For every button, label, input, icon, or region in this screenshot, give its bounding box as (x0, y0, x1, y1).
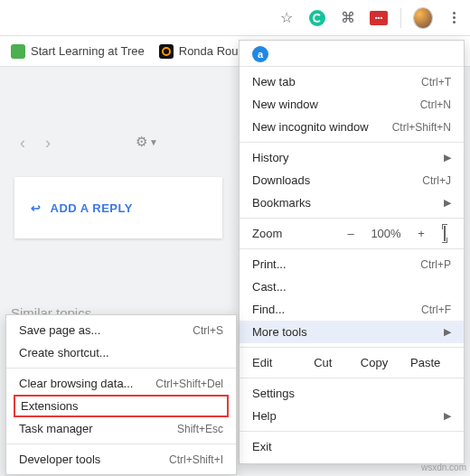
bookmark-favicon (11, 44, 25, 59)
menu-label: New tab (252, 75, 296, 89)
menu-label: Create shortcut... (19, 346, 109, 359)
lastpass-icon[interactable]: ••• (370, 9, 388, 27)
bookmark-favicon (159, 44, 174, 59)
browser-toolbar: ☆ ⌘ ••• (0, 0, 470, 36)
menu-label: Clear browsing data... (19, 377, 133, 390)
menu-label: New window (252, 98, 318, 111)
amazon-assistant-icon[interactable]: a (252, 46, 268, 62)
submenu-task-manager[interactable]: Task manager Shift+Esc (6, 417, 236, 440)
pager-arrows: ‹ › (20, 134, 51, 153)
menu-separator (240, 347, 464, 348)
menu-zoom-row: Zoom – 100% + (240, 222, 464, 245)
bookmark-label: Ronda Rou (179, 44, 239, 58)
zoom-label: Zoom (252, 227, 334, 240)
menu-shortcut: Ctrl+T (421, 76, 451, 89)
menu-shortcut: Shift+Esc (177, 423, 223, 435)
menu-label: Print... (252, 257, 287, 271)
reply-arrow-icon: ↩ (31, 201, 42, 215)
bug-icon[interactable]: ⌘ (339, 9, 357, 27)
submenu-save-page-as[interactable]: Save page as... Ctrl+S (6, 319, 236, 341)
menu-more-tools[interactable]: More tools ▶ (240, 321, 464, 343)
star-icon[interactable]: ☆ (277, 9, 296, 27)
menu-history[interactable]: History ▶ (240, 146, 464, 169)
edit-paste[interactable]: Paste (400, 356, 451, 369)
menu-shortcut: Ctrl+Shift+N (392, 121, 451, 134)
menu-exit[interactable]: Exit (240, 435, 464, 458)
menu-shortcut: Ctrl+Shift+Del (155, 378, 223, 390)
menu-label: New incognito window (252, 120, 369, 134)
menu-settings[interactable]: Settings (240, 382, 464, 405)
menu-bookmarks[interactable]: Bookmarks ▶ (240, 191, 464, 214)
submenu-arrow-icon: ▶ (444, 410, 451, 422)
submenu-arrow-icon: ▶ (444, 197, 451, 209)
bookmark-item[interactable]: Ronda Rou (159, 44, 239, 59)
menu-separator (240, 142, 464, 143)
menu-shortcut: Ctrl+N (420, 98, 451, 111)
submenu-extensions-highlight: Extensions (14, 395, 229, 417)
menu-shortcut: Ctrl+J (422, 174, 451, 187)
menu-separator (6, 368, 236, 369)
submenu-arrow-icon: ▶ (444, 326, 451, 338)
menu-print[interactable]: Print... Ctrl+P (240, 253, 464, 275)
menu-label: Task manager (19, 422, 93, 435)
chrome-main-menu: a New tab Ctrl+T New window Ctrl+N New i… (239, 40, 465, 464)
menu-label: Developer tools (19, 453, 100, 466)
menu-separator (240, 248, 464, 249)
more-tools-submenu: Save page as... Ctrl+S Create shortcut..… (5, 314, 237, 475)
menu-label: More tools (252, 325, 307, 339)
submenu-extensions[interactable]: Extensions (21, 399, 221, 413)
menu-separator (6, 443, 236, 444)
menu-label: Exit (252, 440, 272, 453)
avatar-icon[interactable] (414, 9, 432, 27)
next-icon[interactable]: › (45, 134, 51, 153)
menu-label: Downloads (252, 173, 310, 187)
submenu-clear-browsing-data[interactable]: Clear browsing data... Ctrl+Shift+Del (6, 372, 236, 395)
zoom-out-button[interactable]: – (344, 227, 357, 240)
menu-separator (240, 66, 464, 67)
add-reply-label: ADD A REPLY (51, 201, 133, 215)
menu-downloads[interactable]: Downloads Ctrl+J (240, 169, 464, 191)
menu-label: Bookmarks (252, 196, 311, 210)
edit-copy[interactable]: Copy (349, 356, 400, 369)
fullscreen-icon[interactable] (438, 227, 451, 240)
zoom-in-button[interactable]: + (415, 227, 428, 240)
edit-cut[interactable]: Cut (297, 356, 349, 369)
menu-label: History (252, 151, 288, 164)
kebab-menu-icon[interactable] (445, 9, 463, 27)
menu-find[interactable]: Find... Ctrl+F (240, 298, 464, 321)
menu-label: Save page as... (19, 323, 100, 337)
menu-label: Settings (252, 387, 295, 400)
gear-dropdown[interactable]: ⚙ ▼ (136, 134, 158, 150)
add-reply-button[interactable]: ↩ ADD A REPLY (14, 177, 222, 238)
menu-shortcut: Ctrl+F (421, 303, 451, 316)
menu-edit-row: Edit Cut Copy Paste (240, 351, 464, 374)
submenu-create-shortcut[interactable]: Create shortcut... (6, 341, 236, 364)
menu-label: Help (252, 409, 277, 423)
menu-separator (240, 431, 464, 432)
menu-new-window[interactable]: New window Ctrl+N (240, 93, 464, 116)
prev-icon[interactable]: ‹ (20, 134, 25, 153)
bookmark-label: Start Learning at Tree (31, 44, 145, 58)
menu-separator (240, 378, 464, 378)
submenu-developer-tools[interactable]: Developer tools Ctrl+Shift+I (6, 448, 236, 471)
menu-new-incognito[interactable]: New incognito window Ctrl+Shift+N (240, 116, 464, 138)
attribution: wsxdn.com (421, 462, 466, 472)
edit-label: Edit (252, 356, 297, 369)
zoom-value: 100% (368, 227, 404, 240)
submenu-arrow-icon: ▶ (444, 152, 451, 163)
bookmark-item[interactable]: Start Learning at Tree (11, 44, 145, 59)
grammarly-icon[interactable] (308, 9, 326, 27)
menu-help[interactable]: Help ▶ (240, 405, 464, 427)
menu-label: Find... (252, 303, 285, 316)
menu-shortcut: Ctrl+Shift+I (169, 453, 223, 466)
menu-shortcut: Ctrl+S (193, 324, 223, 337)
menu-new-tab[interactable]: New tab Ctrl+T (240, 70, 464, 93)
menu-label: Cast... (252, 280, 287, 294)
menu-shortcut: Ctrl+P (420, 258, 451, 271)
menu-separator (240, 218, 464, 219)
menu-label: Extensions (21, 399, 79, 413)
toolbar-divider (400, 8, 401, 28)
menu-cast[interactable]: Cast... (240, 275, 464, 298)
